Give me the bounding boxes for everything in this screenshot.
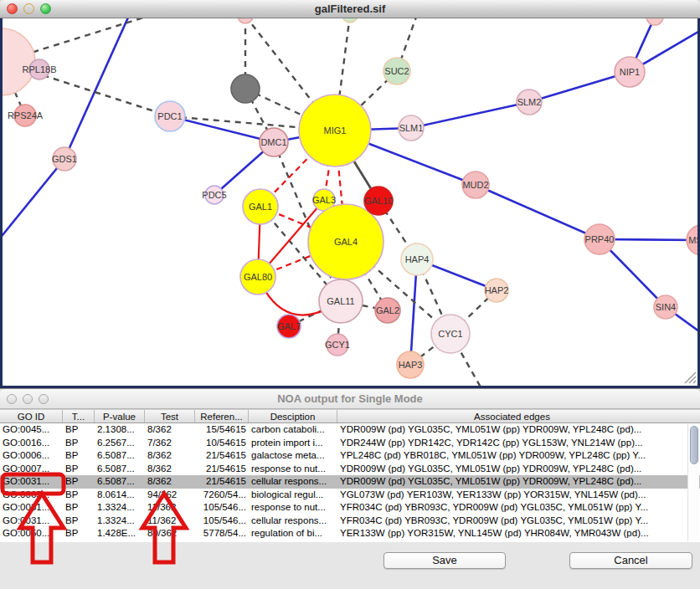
node-label-RPS24A: RPS24A — [8, 110, 44, 120]
cell: GO:0031... — [0, 501, 63, 515]
cell: 11/362 — [145, 501, 195, 515]
cell: GO:0045... — [0, 423, 63, 437]
cell: 94/362 — [145, 489, 195, 502]
column-header-p-value[interactable]: P-value — [95, 410, 145, 423]
cell: 1.3324... — [95, 515, 145, 528]
table-row-7[interactable]: GO:0031...BP1.3324...11/362105/546...res… — [0, 501, 700, 515]
cell: 7260/54... — [195, 489, 249, 502]
cell: BP — [63, 489, 95, 502]
table-scrollbar[interactable] — [687, 424, 699, 541]
node-label-GAL2: GAL2 — [376, 305, 399, 315]
node-label-HAP2: HAP2 — [485, 285, 509, 295]
cell: 21/54615 — [195, 449, 249, 463]
node-gray1[interactable] — [231, 74, 260, 103]
node-label-GAL80: GAL80 — [244, 272, 272, 282]
node-label-GDS1: GDS1 — [52, 154, 77, 164]
cell: 10/54615 — [195, 437, 249, 450]
network-canvas[interactable]: RPL18BRPS24AGDS1PDC1DMC1MIG1SUC2SLM1SLM2… — [0, 18, 700, 388]
node-label-GAL4: GAL4 — [334, 237, 358, 247]
save-button[interactable]: Save — [383, 552, 506, 569]
cell: response to nut... — [249, 463, 337, 476]
node-label-GAL3: GAL3 — [312, 195, 336, 205]
table-row-6[interactable]: GO:0065...BP8.0614...94/3627260/54...bio… — [0, 489, 700, 502]
table-row-1[interactable]: GO:0045...BP2.1308...8/36215/54615carbon… — [0, 423, 700, 437]
table-header: GO IDT...P-valueTestReferen...Desciption… — [0, 409, 700, 423]
cell: GO:0031... — [0, 475, 63, 489]
node-label-RPL18B: RPL18B — [23, 64, 57, 74]
node-label-DMC1: DMC1 — [260, 137, 286, 147]
node-label-PDC5: PDC5 — [202, 190, 226, 200]
cell: BP — [63, 437, 95, 450]
scrollbar-thumb[interactable] — [690, 426, 698, 464]
node-label-HAP3: HAP3 — [399, 360, 423, 370]
node-label-PDC1: PDC1 — [157, 111, 182, 121]
column-header-go-id[interactable]: GO ID — [0, 410, 63, 423]
cell: GO:0016... — [0, 437, 63, 450]
cell: 2.1308... — [95, 423, 145, 437]
node-label-PRP40: PRP40 — [585, 234, 615, 244]
table-row-5[interactable]: GO:0031...BP6.5087...8/36221/54615cellul… — [0, 475, 700, 489]
cell: BP — [63, 475, 95, 489]
cell: 105/546... — [195, 515, 249, 528]
cell: 6.5087... — [95, 475, 145, 489]
table-row-2[interactable]: GO:0016...BP6.2567...7/36210/54615protei… — [0, 437, 700, 450]
cell: 6.2567... — [95, 437, 145, 450]
node-label-GAL1: GAL1 — [249, 202, 272, 212]
edges-layer — [3, 18, 697, 386]
column-header-test[interactable]: Test — [145, 410, 195, 423]
table-row-8[interactable]: GO:0031...BP1.3324...11/362105/546...cel… — [0, 515, 700, 528]
node-label-GAL10: GAL10 — [364, 196, 393, 206]
column-header-desciption[interactable]: Desciption — [249, 410, 337, 423]
cell: 8/362 — [145, 423, 195, 437]
node-label-SLM1: SLM1 — [399, 123, 424, 133]
cell: 105/546... — [195, 501, 249, 515]
cell: 6.5087... — [95, 449, 145, 463]
cell: BP — [63, 423, 95, 437]
cell: BP — [63, 501, 95, 515]
cell: response to nut... — [249, 501, 337, 515]
node-cutGreenTop[interactable] — [342, 18, 358, 23]
network-titlebar[interactable]: galFiltered.sif — [0, 0, 700, 18]
nodes-layer: RPL18BRPS24AGDS1PDC1DMC1MIG1SUC2SLM1SLM2… — [3, 18, 697, 378]
cell: GO:0007... — [0, 463, 63, 476]
table-row-9[interactable]: GO:0050...BP1.428E...80/3625778/54...reg… — [0, 527, 700, 540]
network-window: galFiltered.sif RPL18BRPS24AGDS1PDC1DMC1… — [0, 0, 700, 388]
table-body: GO:0045...BP2.1308...8/36215/54615carbon… — [0, 423, 700, 542]
cell: 15/54615 — [195, 423, 249, 437]
node-bigLeft[interactable] — [3, 28, 35, 95]
node-label-SUC2: SUC2 — [384, 66, 409, 76]
node-label-MUD2: MUD2 — [462, 180, 488, 190]
cancel-button[interactable]: Cancel — [569, 552, 692, 569]
table-row-4[interactable]: GO:0007...BP6.5087...8/36221/54615respon… — [0, 463, 700, 476]
edge-GDS1-pLeftA — [3, 159, 64, 244]
screen: galFiltered.sif RPL18BRPS24AGDS1PDC1DMC1… — [0, 0, 700, 589]
node-label-MIG1: MIG1 — [324, 125, 347, 136]
cell: protein import i... — [249, 437, 337, 450]
cell: 6.5087... — [95, 463, 145, 476]
edge-PDC1-DMC1 — [170, 116, 274, 142]
noa-titlebar[interactable]: NOA output for Single Mode — [0, 389, 700, 409]
cell: 11/362 — [145, 515, 195, 528]
edge-SLM1-SLM2 — [411, 102, 529, 128]
cell: BP — [63, 463, 95, 476]
table-row-3[interactable]: GO:0006...BP6.5087...8/36221/54615galact… — [0, 449, 700, 463]
cell: YDR244W (pp) YDR142C, YDR142C (pp) YGL15… — [337, 437, 687, 450]
results-table: GO IDT...P-valueTestReferen...Desciption… — [0, 409, 700, 542]
column-header-referen-[interactable]: Referen... — [195, 410, 249, 423]
cell: YDR009W (pd) YGL035C, YML051W (pp) YDR00… — [337, 463, 687, 476]
noa-window-title: NOA output for Single Mode — [0, 392, 700, 405]
cell: 8.0614... — [95, 489, 145, 502]
node-label-CYC1: CYC1 — [438, 329, 462, 339]
resize-grip[interactable] — [685, 372, 696, 383]
column-header-t-[interactable]: T... — [63, 410, 95, 423]
node-cutPinkTop[interactable] — [238, 18, 253, 23]
cell: YFR034C (pd) YBR093C, YDR009W (pd) YGL03… — [337, 501, 687, 515]
cell: GO:0050... — [0, 527, 63, 540]
node-cutPinkTR[interactable] — [646, 18, 663, 25]
column-header-associated-edges[interactable]: Associated edges — [337, 410, 687, 423]
node-label-MSI1: MSI1 — [688, 235, 697, 245]
edge-MUD2-PRP40 — [476, 185, 600, 239]
cell: 8/362 — [145, 449, 195, 463]
cell: 5778/54... — [195, 527, 249, 540]
cell: GO:0031... — [0, 515, 63, 528]
